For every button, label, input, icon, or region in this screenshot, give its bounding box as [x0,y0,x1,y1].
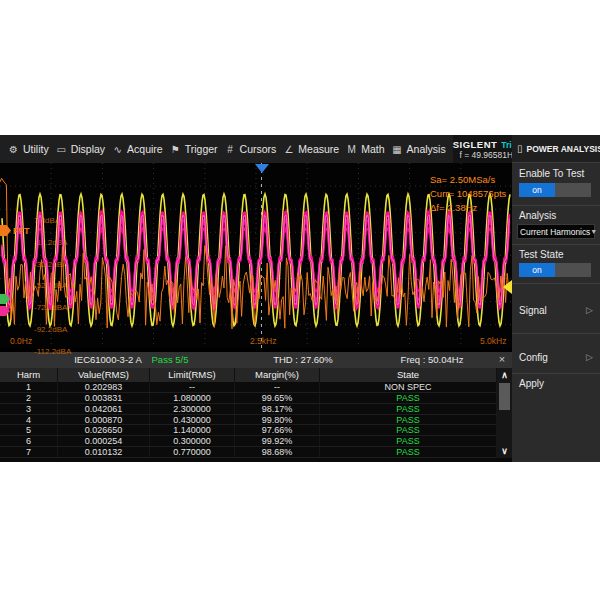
cell-state: NON SPEC [320,382,497,392]
cell-margin: -- [235,382,320,392]
waveform-display: 7.8dBA-12.2dBA-32.2dBA-52.2dBA-72.2dBA-9… [0,163,512,348]
scroll-thumb[interactable] [499,383,510,410]
table-row: 50.0266501.14000097.66%PASS [0,425,497,436]
cell-margin: 99.80% [235,415,320,425]
menu-item-label: Trigger [185,143,218,155]
menu-item-utility[interactable]: ⚙Utility [8,143,49,155]
table-row: 60.0002540.30000099.92%PASS [0,436,497,447]
cell-harm: 7 [0,447,58,457]
cell-margin: 99.92% [235,436,320,446]
brand-logo: SIGLENT [453,139,498,150]
scroll-up-icon[interactable]: ∧ [497,368,512,382]
db-scale-label: -112.2dBA [34,347,71,356]
cell-value: 0.000254 [58,436,150,446]
cell-harm: 4 [0,415,58,425]
divider [512,244,600,245]
menu-item-math[interactable]: MMath [346,143,384,155]
column-header: Limit(RMS) [150,368,235,382]
table-row: 70.0101320.77000098.68%PASS [0,447,497,458]
test-state-toggle[interactable]: on [519,263,591,277]
freq-axis-label: 5.0kHz [480,336,506,346]
cell-value: 0.003831 [58,393,150,403]
math-icon: M [346,144,357,155]
menu-bar-items: ⚙Utility▭Display∿Acquire⚑Trigger#Cursors… [8,143,453,155]
frequency-readout: f = 49.96581Hz [459,150,517,160]
cell-value: 0.010132 [58,447,150,457]
trigger-position-icon[interactable] [255,164,269,173]
menu-item-display[interactable]: ▭Display [56,143,105,155]
trigger-flag-icon: ⚑ [170,144,181,155]
submenu-arrow-icon: ▷ [586,305,593,315]
fft-marker-icon [0,225,11,236]
freq-axis-label: 0.0Hz [10,336,32,346]
cell-limit: 0.300000 [150,436,235,446]
panel-title: POWER ANALYSIS [527,144,600,154]
table-close-icon[interactable]: × [494,353,510,365]
freq-readout: Freq : 50.04Hz [362,354,502,365]
table-header-row: HarmValue(RMS)Limit(RMS)Margin(%)State [0,368,497,382]
cell-value: 0.000870 [58,415,150,425]
cursors-icon: # [225,144,236,155]
analysis-selected-value: Current Harmonics [518,227,590,237]
divider [512,283,600,284]
cell-harm: 6 [0,436,58,446]
menu-item-label: Utility [23,143,49,155]
cell-harm: 2 [0,393,58,403]
cell-value: 0.202983 [58,382,150,392]
cell-harm: 1 [0,382,58,392]
acquisition-readout: Curr= 1048576pts [430,187,506,201]
divider [512,205,600,206]
menu-item-cursors[interactable]: #Cursors [225,143,277,155]
trigger-level-icon[interactable] [503,280,512,294]
column-header: Harm [0,368,58,382]
power-analysis-panel: ▯ POWER ANALYSIS Enable To Test on Analy… [512,135,600,462]
freq-axis-label: 2.5kHz [250,336,276,346]
scroll-down-icon[interactable]: ∨ [497,444,512,458]
cell-limit: 0.430000 [150,415,235,425]
signal-menu-item[interactable]: Signal [519,305,547,316]
cell-value: 0.026650 [58,425,150,435]
cell-limit: 1.140000 [150,425,235,435]
table-scrollbar: ∧ ∨ [497,368,512,458]
cell-state: PASS [320,404,497,414]
cell-value: 0.042061 [58,404,150,414]
enable-to-test-toggle[interactable]: on [519,183,591,197]
table-row: 30.0420612.30000098.17%PASS [0,404,497,415]
apply-menu-item[interactable]: Apply [519,378,544,389]
cell-state: PASS [320,425,497,435]
menu-bar: ⚙Utility▭Display∿Acquire⚑Trigger#Cursors… [0,135,512,163]
acquisition-info: Sa= 2.50MSa/sCurr= 1048576ptsΔf= 2.38Hz [430,173,506,215]
menu-item-acquire[interactable]: ∿Acquire [112,143,163,155]
divider [512,333,600,334]
cell-state: PASS [320,393,497,403]
cell-margin: 98.68% [235,447,320,457]
menu-item-measure[interactable]: ∠Measure [283,143,339,155]
fft-label: FFT [13,226,30,236]
page: ⚙Utility▭Display∿Acquire⚑Trigger#Cursors… [0,0,600,600]
cell-margin: 98.17% [235,404,320,414]
analysis-dropdown[interactable]: Current Harmonics ▼ [517,224,595,239]
oscilloscope-screen: ⚙Utility▭Display∿Acquire⚑Trigger#Cursors… [0,135,600,462]
chevron-down-icon: ▼ [590,228,599,235]
menu-item-trigger[interactable]: ⚑Trigger [170,143,218,155]
divider [512,373,600,374]
config-menu-item[interactable]: Config [519,352,548,363]
cell-margin: 97.66% [235,425,320,435]
menu-item-analysis[interactable]: ▦Analysis [392,143,446,155]
cell-limit: 1.080000 [150,393,235,403]
gear-icon: ⚙ [8,144,19,155]
menu-item-label: Display [71,143,105,155]
harmonics-table: IEC61000-3-2 A Pass 5/5 THD : 27.60% Fre… [0,352,512,462]
cell-limit: 2.300000 [150,404,235,414]
table-row: 40.0008700.43000099.80%PASS [0,415,497,426]
thd-readout: THD : 27.60% [243,354,363,365]
column-header: Value(RMS) [58,368,150,382]
menu-item-label: Acquire [127,143,163,155]
cell-limit: -- [150,382,235,392]
cell-state: PASS [320,415,497,425]
cell-harm: 3 [0,404,58,414]
acquire-icon: ∿ [112,144,123,155]
fft-channel-tag[interactable]: FFT [0,225,30,236]
analysis-icon: ▦ [392,144,403,155]
display-icon: ▭ [56,144,67,155]
